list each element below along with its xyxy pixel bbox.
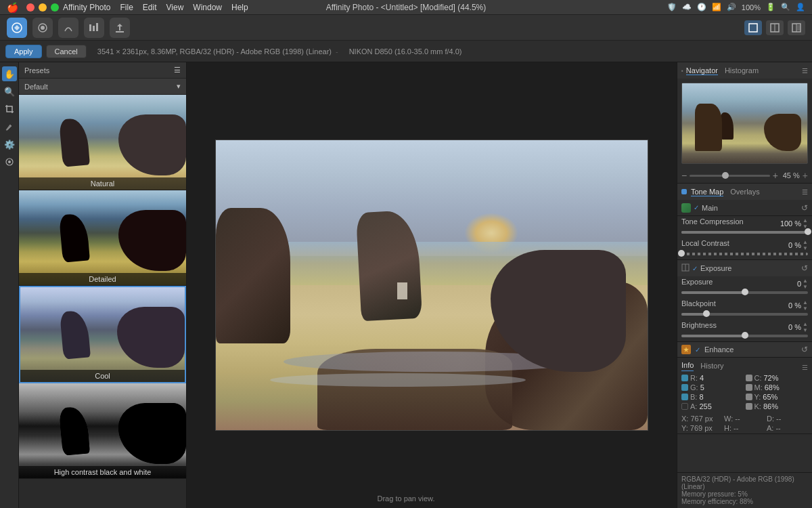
tab-info[interactable]: Info bbox=[681, 360, 694, 371]
zoom-slider-thumb[interactable] bbox=[722, 172, 729, 179]
navigator-menu-icon[interactable]: ☰ bbox=[802, 67, 808, 75]
zoom-tool[interactable]: 🔍 bbox=[2, 84, 17, 99]
exposure-spinner[interactable]: ▲▼ bbox=[803, 278, 808, 290]
memory-efficiency: Memory efficiency: 88% bbox=[681, 498, 808, 505]
brightness-slider[interactable] bbox=[681, 335, 808, 337]
export-persona-btn[interactable] bbox=[110, 18, 130, 38]
tone-compression-slider[interactable] bbox=[681, 231, 808, 234]
local-contrast-value: 0 % bbox=[788, 241, 801, 249]
title-bar: 🍎 Affinity Photo File Edit View Window H… bbox=[0, 0, 812, 15]
exposure-label: Exposure bbox=[681, 278, 713, 290]
maximize-button[interactable] bbox=[51, 3, 59, 12]
zoom-in-btn[interactable]: + bbox=[773, 170, 778, 181]
close-button[interactable] bbox=[26, 3, 35, 12]
blackpoint-thumb[interactable] bbox=[703, 310, 710, 317]
view-mode-single-btn[interactable] bbox=[744, 20, 762, 35]
info-tabs: Info History ☰ bbox=[677, 358, 812, 371]
tone-map-reset-icon[interactable]: ↺ bbox=[801, 203, 808, 213]
right-panel-inner: ▪ Navigator Histogram ☰ − bbox=[677, 62, 812, 472]
tab-overlays[interactable]: Overlays bbox=[730, 188, 759, 196]
preset-detailed[interactable]: Detailed bbox=[19, 190, 186, 286]
a-value: 255 bbox=[699, 402, 711, 410]
y-value: 65% bbox=[763, 393, 777, 401]
tab-navigator[interactable]: Navigator bbox=[686, 66, 718, 75]
tab-histogram[interactable]: Histogram bbox=[725, 66, 759, 75]
battery-percent: 100% bbox=[742, 3, 761, 12]
menu-file[interactable]: File bbox=[120, 3, 133, 12]
tab-history[interactable]: History bbox=[700, 360, 723, 371]
exposure-header[interactable]: ✓ Exposure ↺ bbox=[677, 260, 812, 276]
menu-view[interactable]: View bbox=[166, 3, 184, 12]
tone-map-persona-btn[interactable] bbox=[84, 18, 104, 38]
brightness-thumb[interactable] bbox=[742, 332, 748, 339]
navigator-thumbnail[interactable] bbox=[681, 83, 808, 164]
photo-persona-btn[interactable] bbox=[32, 18, 53, 38]
liquify-persona-btn[interactable] bbox=[58, 18, 78, 38]
zoom-slider[interactable] bbox=[690, 175, 769, 177]
right-panel: ▪ Navigator Histogram ☰ − bbox=[677, 62, 812, 508]
canvas-container[interactable] bbox=[187, 62, 677, 508]
shield-icon: 🛡️ bbox=[667, 3, 677, 12]
presets-header: Presets ☰ bbox=[19, 62, 186, 79]
menu-bar: Affinity Photo File Edit View Window Hel… bbox=[63, 3, 248, 12]
view-mode-mirror-btn[interactable] bbox=[788, 20, 805, 35]
enhance-reset-icon[interactable]: ↺ bbox=[801, 345, 808, 354]
navigator-panel-header[interactable]: ▪ Navigator Histogram ☰ bbox=[677, 62, 812, 79]
local-contrast-slider[interactable] bbox=[681, 253, 808, 255]
crop-tool[interactable] bbox=[2, 102, 17, 117]
preset-natural[interactable]: Natural bbox=[19, 95, 186, 190]
exposure-value: 0 bbox=[797, 280, 801, 288]
view-mode-split-btn[interactable] bbox=[766, 20, 784, 35]
tone-map-menu-icon[interactable]: ☰ bbox=[802, 188, 808, 196]
tab-tone-map[interactable]: Tone Map bbox=[691, 188, 723, 196]
pan-tool[interactable]: ✋ bbox=[2, 66, 17, 81]
enhance-icon bbox=[681, 345, 691, 354]
blackpoint-spinner[interactable]: ▲▼ bbox=[803, 299, 808, 312]
menu-help[interactable]: Help bbox=[231, 3, 248, 12]
zoom-out-btn[interactable]: − bbox=[681, 170, 687, 181]
exposure-reset-icon[interactable]: ↺ bbox=[801, 263, 808, 273]
tone-map-header[interactable]: Tone Map Overlays ☰ bbox=[677, 184, 812, 200]
canvas-image[interactable] bbox=[215, 140, 648, 431]
exposure-thumb[interactable] bbox=[742, 289, 748, 295]
tone-compression-value: 100 % bbox=[780, 219, 801, 228]
app-name[interactable]: Affinity Photo bbox=[63, 3, 111, 12]
tone-compression-thumb[interactable] bbox=[805, 228, 811, 235]
enhance-check-icon: ✓ bbox=[695, 346, 700, 354]
cancel-button[interactable]: Cancel bbox=[46, 45, 87, 58]
exposure-slider[interactable] bbox=[681, 291, 808, 294]
preset-hcbw-thumb bbox=[19, 383, 186, 478]
drag-hint: Drag to pan view. bbox=[378, 494, 435, 503]
position-info: X: 767 px W: -- D: -- Y: 769 px H: -- A:… bbox=[677, 413, 812, 433]
exposure-title: Exposure bbox=[700, 264, 731, 272]
presets-dropdown[interactable]: Default ▾ bbox=[19, 79, 186, 95]
svg-rect-7 bbox=[749, 24, 757, 32]
menu-window[interactable]: Window bbox=[193, 3, 222, 12]
exposure-slider-row: Exposure 0 ▲▼ bbox=[677, 276, 812, 298]
brightness-spinner[interactable]: ▲▼ bbox=[803, 321, 808, 333]
local-contrast-thumb[interactable] bbox=[678, 250, 685, 257]
develop-persona-btn[interactable] bbox=[7, 18, 27, 38]
blackpoint-slider[interactable] bbox=[681, 313, 808, 316]
target-tool[interactable] bbox=[2, 154, 17, 169]
info-menu-icon[interactable]: ☰ bbox=[802, 364, 808, 371]
c-label: C: bbox=[754, 374, 762, 382]
apply-button[interactable]: Apply bbox=[5, 45, 42, 58]
color-mode-info: RGBA/32 (HDR) - Adobe RGB (1998) (Linear… bbox=[681, 475, 808, 490]
preset-hcbw[interactable]: High contrast black and white bbox=[19, 383, 186, 479]
search-icon[interactable]: 🔍 bbox=[781, 3, 790, 12]
presets-menu-icon[interactable]: ☰ bbox=[174, 66, 181, 75]
paint-tool[interactable] bbox=[2, 119, 17, 134]
chevron-down-icon: ▾ bbox=[177, 82, 181, 91]
exposure-check-icon: ✓ bbox=[692, 265, 698, 272]
zoom-add-icon[interactable]: + bbox=[803, 170, 808, 181]
pos-d: D: -- bbox=[767, 415, 808, 423]
local-contrast-spinner[interactable]: ▲▼ bbox=[803, 239, 808, 251]
menu-edit[interactable]: Edit bbox=[143, 3, 157, 12]
tone-map-check-icon: ✓ bbox=[694, 204, 699, 211]
settings-tool[interactable]: ⚙️ bbox=[2, 137, 17, 152]
color-info-grid: R: 4 G: 5 B: 8 bbox=[677, 371, 812, 413]
minimize-button[interactable] bbox=[39, 3, 47, 12]
enhance-header[interactable]: ✓ Enhance ↺ bbox=[677, 342, 812, 357]
preset-cool[interactable]: Cool bbox=[19, 286, 186, 383]
